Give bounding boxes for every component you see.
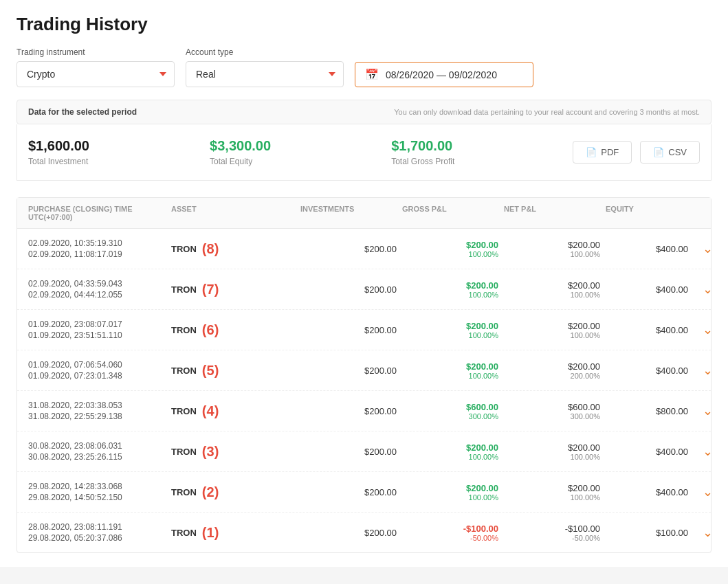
account-select[interactable]: Real Demo <box>186 61 344 87</box>
account-label: Account type <box>186 47 344 57</box>
time-close: 29.08.2020, 05:20:37.086 <box>28 533 166 543</box>
investment-cell: $200.00 <box>300 325 397 335</box>
time-open: 02.09.2020, 10:35:19.310 <box>28 238 166 248</box>
net-pnl-cell: $200.00 100.00% <box>504 321 600 339</box>
header-expand <box>694 205 721 221</box>
csv-export-button[interactable]: 📄 CSV <box>640 141 700 164</box>
time-open: 28.08.2020, 23:08:11.191 <box>28 522 166 532</box>
trade-number: (2) <box>202 484 219 500</box>
table-row: 30.08.2020, 23:08:06.031 30.08.2020, 23:… <box>17 431 711 472</box>
net-pnl-value: $200.00 <box>568 321 600 331</box>
table-row: 01.09.2020, 07:06:54.060 01.09.2020, 07:… <box>17 350 711 391</box>
table-row: 02.09.2020, 10:35:19.310 02.09.2020, 11:… <box>17 229 711 269</box>
equity-cell: $400.00 <box>606 487 688 497</box>
total-equity: $3,300.00 Total Equity <box>210 138 391 166</box>
gross-pnl-pct: 100.00% <box>469 493 498 502</box>
header-equity: Equity <box>606 205 688 221</box>
time-cell: 02.09.2020, 10:35:19.310 02.09.2020, 11:… <box>28 238 166 259</box>
time-close: 01.09.2020, 07:23:01.348 <box>28 371 166 381</box>
asset-name: TRON <box>171 244 197 254</box>
time-open: 29.08.2020, 14:28:33.068 <box>28 482 166 491</box>
net-pnl-cell: $200.00 100.00% <box>504 483 600 502</box>
net-pnl-value: $200.00 <box>568 483 600 493</box>
investment-cell: $200.00 <box>300 447 397 457</box>
time-close: 02.09.2020, 11:08:17.019 <box>28 249 166 259</box>
table-header: Purchase (closing) time UTC(+07:00) Asse… <box>17 198 711 229</box>
header-gross-pnl: Gross P&L <box>402 205 498 221</box>
time-open: 02.09.2020, 04:33:59.043 <box>28 279 166 289</box>
total-investment-value: $1,600.00 <box>28 138 210 154</box>
gross-pnl-cell: -$100.00 -50.00% <box>402 524 498 542</box>
gross-pnl-value: $600.00 <box>466 402 498 412</box>
expand-row-button[interactable]: ⌄ <box>694 444 721 459</box>
net-pnl-pct: 100.00% <box>571 250 600 258</box>
net-pnl-value: $200.00 <box>568 442 600 453</box>
total-equity-label: Total Equity <box>210 157 391 166</box>
gross-pnl-value: $200.00 <box>466 280 498 291</box>
time-open: 01.09.2020, 23:08:07.017 <box>28 319 166 329</box>
gross-pnl-cell: $200.00 100.00% <box>402 321 498 339</box>
pdf-icon: 📄 <box>586 147 597 157</box>
time-open: 31.08.2020, 22:03:38.053 <box>28 401 166 410</box>
time-open: 01.09.2020, 07:06:54.060 <box>28 360 166 370</box>
time-cell: 31.08.2020, 22:03:38.053 31.08.2020, 22:… <box>28 401 166 421</box>
date-range-text: 08/26/2020 — 09/02/2020 <box>386 69 497 80</box>
gross-pnl-pct: -50.00% <box>470 534 498 542</box>
gross-pnl-cell: $200.00 100.00% <box>402 442 498 461</box>
period-banner-note: You can only download data pertaining to… <box>394 108 700 116</box>
asset-name: TRON <box>171 528 197 538</box>
pdf-label: PDF <box>601 147 619 157</box>
gross-pnl-value: $200.00 <box>466 321 498 331</box>
gross-pnl-pct: 300.00% <box>469 412 498 420</box>
asset-cell: TRON (2) <box>171 484 295 500</box>
net-pnl-cell: $200.00 100.00% <box>504 442 600 461</box>
table-row: 28.08.2020, 23:08:11.191 29.08.2020, 05:… <box>17 513 711 552</box>
time-close: 29.08.2020, 14:50:52.150 <box>28 493 166 502</box>
equity-cell: $400.00 <box>606 325 688 335</box>
expand-row-button[interactable]: ⌄ <box>694 484 721 499</box>
asset-cell: TRON (7) <box>171 282 295 297</box>
period-banner-label: Data for the selected period <box>28 107 137 117</box>
account-select-wrapper: Real Demo <box>186 61 344 87</box>
asset-cell: TRON (1) <box>171 525 295 541</box>
asset-cell: TRON (6) <box>171 322 295 338</box>
equity-cell: $800.00 <box>606 406 688 416</box>
account-filter-group: Account type Real Demo <box>186 47 344 87</box>
expand-row-button[interactable]: ⌄ <box>694 241 721 256</box>
net-pnl-value: $200.00 <box>568 280 600 291</box>
page-title: Trading History <box>16 14 712 35</box>
table-row: 01.09.2020, 23:08:07.017 01.09.2020, 23:… <box>17 310 711 350</box>
date-range-picker[interactable]: 📅 08/26/2020 — 09/02/2020 <box>355 62 533 87</box>
asset-cell: TRON (3) <box>171 444 295 460</box>
time-cell: 02.09.2020, 04:33:59.043 02.09.2020, 04:… <box>28 279 166 300</box>
net-pnl-pct: 100.00% <box>571 291 600 299</box>
pdf-export-button[interactable]: 📄 PDF <box>573 141 632 164</box>
expand-row-button[interactable]: ⌄ <box>694 282 721 297</box>
table-row: 02.09.2020, 04:33:59.043 02.09.2020, 04:… <box>17 269 711 310</box>
equity-cell: $400.00 <box>606 447 688 457</box>
net-pnl-cell: -$100.00 -50.00% <box>504 524 600 542</box>
instrument-select[interactable]: Crypto Forex Stocks <box>16 61 175 87</box>
calendar-icon: 📅 <box>365 68 379 81</box>
instrument-label: Trading instrument <box>16 47 175 57</box>
expand-row-button[interactable]: ⌄ <box>694 363 721 378</box>
net-pnl-value: $600.00 <box>568 402 600 412</box>
gross-pnl-cell: $200.00 100.00% <box>402 483 498 502</box>
trade-number: (3) <box>202 444 219 460</box>
trade-number: (5) <box>202 363 219 379</box>
expand-row-button[interactable]: ⌄ <box>694 403 721 418</box>
asset-name: TRON <box>171 284 197 295</box>
table-row: 29.08.2020, 14:28:33.068 29.08.2020, 14:… <box>17 472 711 513</box>
trading-history-table: Purchase (closing) time UTC(+07:00) Asse… <box>16 197 712 553</box>
time-close: 02.09.2020, 04:44:12.055 <box>28 290 166 300</box>
investment-cell: $200.00 <box>300 284 397 295</box>
expand-row-button[interactable]: ⌄ <box>694 525 721 540</box>
total-profit-label: Total Gross Profit <box>391 157 573 166</box>
expand-row-button[interactable]: ⌄ <box>694 322 721 337</box>
gross-pnl-value: $200.00 <box>466 361 498 372</box>
time-cell: 28.08.2020, 23:08:11.191 29.08.2020, 05:… <box>28 522 166 543</box>
total-profit-value: $1,700.00 <box>391 138 573 154</box>
asset-cell: TRON (5) <box>171 363 295 379</box>
time-close: 31.08.2020, 22:55:29.138 <box>28 412 166 421</box>
gross-pnl-value: $200.00 <box>466 240 498 250</box>
